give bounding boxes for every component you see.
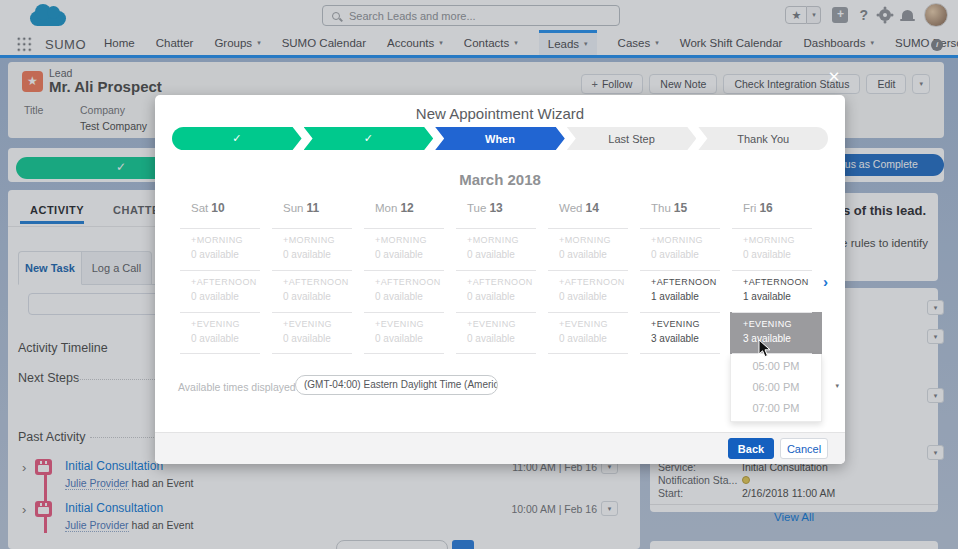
slot-availability: 0 available [375,333,450,344]
slot-availability: 0 available [467,291,542,302]
time-option-07-00-pm[interactable]: 07:00 PM [731,398,821,419]
slot-evening-sat-10: +EVENING0 available [178,312,270,354]
wizard-progress-bar: ✓✓WhenLast StepThank You [172,127,828,150]
slot-afternoon-sun-11: +AFTERNOON0 available [270,270,362,312]
check-icon: ✓ [364,132,373,145]
slot-afternoon-tue-13: +AFTERNOON0 available [454,270,546,312]
day-name: Wed [559,202,582,214]
back-button[interactable]: Back [728,438,774,459]
slot-availability: 0 available [283,249,358,260]
day-name: Tue [467,202,486,214]
slot-availability: 1 available [651,291,726,302]
modal-footer: Back Cancel [155,432,845,464]
new-appointment-wizard-modal: New Appointment Wizard ✓✓WhenLast StepTh… [155,95,845,464]
day-header-mon-12: Mon12 [362,201,454,215]
time-slot-dropdown: 05:00 PM06:00 PM07:00 PM [730,354,822,422]
modal-title: New Appointment Wizard [155,105,845,122]
slot-period-label: +EVENING [743,319,818,329]
slot-availability: 0 available [467,249,542,260]
slot-period-label: +EVENING [467,319,542,329]
slot-afternoon-sat-10: +AFTERNOON0 available [178,270,270,312]
slot-evening-wed-14: +EVENING0 available [546,312,638,354]
slot-period-label: +AFTERNOON [559,277,634,287]
step-label: Thank You [737,133,789,145]
slot-availability: 0 available [191,291,266,302]
day-header-tue-13: Tue13 [454,201,546,215]
slot-afternoon-fri-16[interactable]: +AFTERNOON1 available [730,270,822,312]
timezone-select[interactable]: (GMT-04:00) Eastern Daylight Time (Ameri… [295,375,498,395]
timezone-label: Available times displayed in: [178,381,310,393]
slot-availability: 0 available [191,249,266,260]
cancel-button[interactable]: Cancel [780,438,828,459]
day-number: 12 [400,201,413,215]
slot-period-label: +MORNING [651,235,726,245]
app-window: ★ ▾ + ? SUMO HomeChatterGroups▾SUMO Cale… [0,0,958,549]
slot-row-afternoon: +AFTERNOON0 available+AFTERNOON0 availab… [178,270,822,312]
day-number: 10 [211,201,224,215]
slot-period-label: +AFTERNOON [375,277,450,287]
slot-afternoon-thu-15[interactable]: +AFTERNOON1 available [638,270,730,312]
chevron-down-icon: ▾ [835,382,839,390]
day-header-thu-15: Thu15 [638,201,730,215]
slot-availability: 0 available [283,291,358,302]
wizard-step-done-1[interactable]: ✓ [172,127,302,150]
slot-period-label: +EVENING [283,319,358,329]
time-option-05-00-pm[interactable]: 05:00 PM [731,356,821,377]
day-number: 14 [585,201,598,215]
mouse-cursor [758,339,772,358]
slot-period-label: +EVENING [375,319,450,329]
slot-evening-mon-12: +EVENING0 available [362,312,454,354]
slot-evening-tue-13: +EVENING0 available [454,312,546,354]
slot-availability: 0 available [467,333,542,344]
slot-row-evening: +EVENING0 available+EVENING0 available+E… [178,312,822,354]
step-label: Last Step [608,133,654,145]
wizard-step-last-step[interactable]: Last Step [567,127,697,150]
slot-availability: 3 available [743,333,818,344]
slot-availability: 0 available [191,333,266,344]
slot-period-label: +EVENING [559,319,634,329]
slot-availability: 0 available [375,291,450,302]
slot-afternoon-mon-12: +AFTERNOON0 available [362,270,454,312]
slot-period-label: +MORNING [283,235,358,245]
day-name: Sun [283,202,303,214]
slot-period-label: +MORNING [191,235,266,245]
slot-morning-thu-15: +MORNING0 available [638,228,730,270]
day-name: Thu [651,202,671,214]
close-icon[interactable]: ✕ [825,68,843,86]
slot-evening-sun-11: +EVENING0 available [270,312,362,354]
wizard-step-thank-you[interactable]: Thank You [698,127,828,150]
slot-period-label: +MORNING [559,235,634,245]
wizard-step-done-2[interactable]: ✓ [304,127,434,150]
slot-availability: 0 available [743,249,818,260]
day-number: 13 [489,201,502,215]
day-number: 11 [306,201,319,215]
day-name: Mon [375,202,397,214]
day-header-fri-16: Fri16 [730,201,822,215]
day-name: Fri [743,202,756,214]
slot-period-label: +AFTERNOON [191,277,266,287]
calendar-month-title: March 2018 [155,171,845,188]
time-option-06-00-pm[interactable]: 06:00 PM [731,377,821,398]
day-name: Sat [191,202,208,214]
step-label: When [485,133,515,145]
slot-availability: 1 available [743,291,818,302]
slot-availability: 0 available [559,291,634,302]
slot-morning-sat-10: +MORNING0 available [178,228,270,270]
check-icon: ✓ [232,132,241,145]
slot-period-label: +MORNING [467,235,542,245]
next-week-chevron[interactable]: › [823,273,828,290]
slot-period-label: +AFTERNOON [743,277,818,287]
day-header-wed-14: Wed14 [546,201,638,215]
slot-morning-mon-12: +MORNING0 available [362,228,454,270]
wizard-step-when[interactable]: When [435,127,565,150]
slot-availability: 0 available [375,249,450,260]
slot-evening-thu-15[interactable]: +EVENING3 available [638,312,730,354]
slot-afternoon-wed-14: +AFTERNOON0 available [546,270,638,312]
slot-availability: 3 available [651,333,726,344]
slot-morning-sun-11: +MORNING0 available [270,228,362,270]
slot-availability: 0 available [559,249,634,260]
slot-period-label: +MORNING [743,235,818,245]
slot-evening-fri-16[interactable]: +EVENING3 available [730,312,822,354]
day-number: 16 [759,201,772,215]
day-header-sat-10: Sat10 [178,201,270,215]
